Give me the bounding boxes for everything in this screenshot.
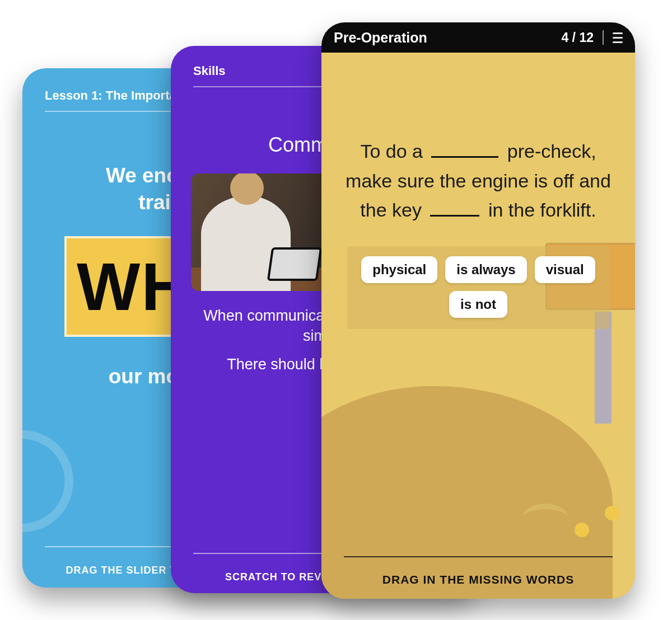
top-bar: Pre-Operation 4 / 12 xyxy=(321,22,635,53)
word-chip[interactable]: is always xyxy=(445,256,526,283)
decorative-dot xyxy=(605,506,619,520)
menu-icon[interactable] xyxy=(613,32,623,43)
decorative-strap xyxy=(523,504,568,532)
topbar-title: Pre-Operation xyxy=(334,30,427,46)
phone-stack: Lesson 1: The Importance We encourage tr… xyxy=(22,22,650,610)
hill-illustration xyxy=(321,386,613,599)
page-indicator: 4 / 12 xyxy=(561,30,594,45)
decorative-dot xyxy=(575,523,589,537)
word-chip[interactable]: is not xyxy=(449,291,507,318)
footer-prompt: DRAG IN THE MISSING WORDS xyxy=(321,573,635,586)
fill-blank-question: To do a pre-check, make sure the engine … xyxy=(321,53,635,225)
blank-dropzone-2[interactable] xyxy=(430,215,479,217)
blank-dropzone-1[interactable] xyxy=(431,156,498,158)
page-total: 12 xyxy=(579,30,594,45)
word-bank: physical is always visual is not xyxy=(347,246,609,329)
lesson-card-yellow: Pre-Operation 4 / 12 To do a pre-check, … xyxy=(321,22,635,599)
topbar-right: 4 / 12 xyxy=(561,30,623,45)
footer-divider xyxy=(344,556,613,557)
q-text-1: To do a xyxy=(360,140,423,162)
word-chip[interactable]: physical xyxy=(361,256,437,283)
word-chip[interactable]: visual xyxy=(535,256,595,283)
q-text-3: in the forklift. xyxy=(488,199,596,220)
divider-vertical xyxy=(603,30,604,45)
page-current: 4 xyxy=(561,30,568,45)
